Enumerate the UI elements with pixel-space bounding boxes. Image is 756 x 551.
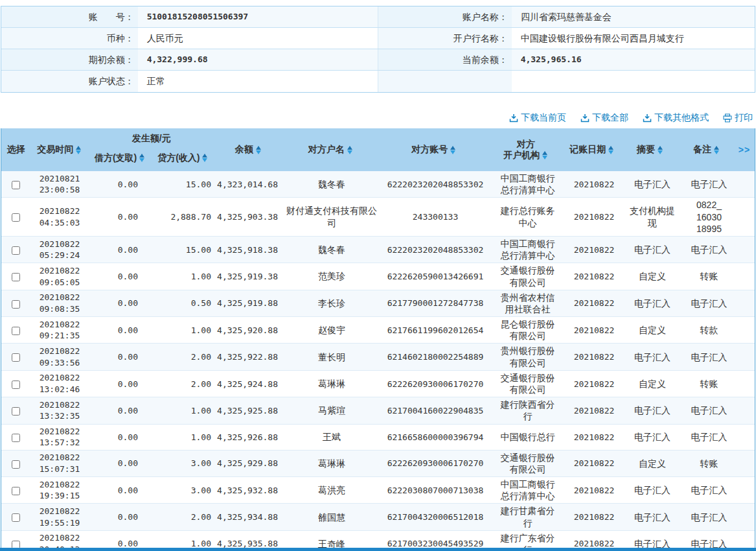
remark: 电子汇入 [682,178,737,190]
header-balance[interactable]: 余额 [214,128,282,171]
sort-icon[interactable] [450,145,456,155]
debit-amount: 0.00 [89,406,154,416]
sort-icon[interactable] [202,153,208,163]
row-select-cell [1,179,30,189]
debit-amount: 0.00 [89,325,154,335]
header-transaction-time[interactable]: 交易时间 [30,128,89,171]
counterparty-account: 6222620930006170270 [380,458,490,468]
row-checkbox[interactable] [12,181,20,189]
transaction-time: 2021082213:57:32 [30,426,89,449]
header-summary[interactable]: 摘要 [621,128,680,171]
current-balance-label: 当前余额： [378,49,512,70]
counterparty-name: 李长珍 [283,298,380,309]
balance-amount: 4,325,929.88 [215,458,283,468]
table-row: 2021082123:00:58 0.00 15.00 4,323,014.68… [1,171,755,197]
row-checkbox[interactable] [12,213,20,222]
row-select-cell [1,432,30,442]
booking-date: 20210822 [565,298,623,308]
opening-balance-value: 4,322,999.68 [138,49,378,70]
header-counterparty-bank-line2: 开户机构 [503,150,548,161]
print-link[interactable]: 打印 [723,112,753,124]
counterparty-name: 财付通支付科技有限公司 [283,205,380,228]
counterparty-bank: 贵州省农村信用社联合社 [490,292,565,315]
sort-icon[interactable] [256,145,262,155]
download-current-page-label: 下载当前页 [521,112,566,124]
header-credit[interactable]: 贷方(收入) [152,152,214,164]
booking-date: 20210822 [565,486,623,495]
account-number-label: 账 号： [1,6,138,27]
counterparty-account: 6217004320006512018 [380,512,490,522]
counterparty-bank: 中国工商银行总行清算中心 [490,238,565,261]
download-icon [580,113,590,123]
download-all-label: 下载全部 [592,112,628,124]
sort-icon[interactable] [76,145,82,155]
remark: 电子汇入 [682,244,737,255]
sort-icon[interactable] [139,153,145,163]
header-debit[interactable]: 借方(支取) [89,152,152,164]
table-row: 2021082209:33:56 0.00 2.00 4,325,922.88 … [1,343,755,369]
row-checkbox[interactable] [12,487,20,495]
debit-amount: 0.00 [89,486,154,495]
header-booking-date[interactable]: 记账日期 [563,128,621,171]
transaction-time: 2021082209:05:05 [30,265,89,288]
counterparty-name: 董长明 [283,351,380,363]
booking-date: 20210822 [565,245,623,255]
remark: 电子汇入 [682,404,737,416]
remark: 电子汇入 [682,298,737,309]
summary: 支付机构提现 [623,205,682,228]
row-checkbox[interactable] [12,407,20,416]
header-counterparty-name[interactable]: 对方户名 [282,128,379,171]
row-select-cell [1,352,30,362]
row-checkbox[interactable] [12,434,20,442]
booking-date: 20210822 [565,272,623,281]
row-checkbox[interactable] [12,381,20,389]
counterparty-account: 6222023202048853302 [380,180,490,189]
row-checkbox[interactable] [12,353,20,362]
row-checkbox[interactable] [12,246,20,255]
counterparty-account: 6217790001272847738 [380,298,490,308]
sort-icon[interactable] [714,145,720,155]
row-checkbox[interactable] [12,460,20,469]
table-row: 2021082205:29:24 0.00 15.00 4,325,918.38… [1,236,755,263]
table-row: 2021082219:55:19 0.00 2.00 4,325,934.88 … [1,503,755,530]
row-checkbox[interactable] [12,513,20,522]
credit-amount: 2,888.70 [154,212,215,222]
more-columns-button[interactable]: >> [734,128,755,171]
table-row: 2021082209:05:05 0.00 1.00 4,325,919.38 … [1,263,755,289]
download-other-format-link[interactable]: 下载其他格式 [643,112,709,124]
summary: 自定义 [623,378,682,390]
sort-icon[interactable] [542,150,548,160]
table-row: 2021082213:32:35 0.00 1.00 4,325,925.88 … [1,397,755,423]
balance-amount: 4,325,903.38 [215,212,283,222]
row-checkbox[interactable] [12,327,20,335]
header-counterparty-account[interactable]: 对方账号 [379,128,488,171]
row-checkbox[interactable] [12,300,20,309]
header-counterparty-bank-line1: 对方 [517,139,535,150]
debit-amount: 0.00 [89,298,154,308]
table-row: 2021082219:39:15 0.00 3.00 4,325,932.88 … [1,476,755,503]
row-select-cell [1,458,30,469]
balance-amount: 4,325,925.88 [215,406,283,416]
credit-amount: 1.00 [154,325,215,335]
debit-amount: 0.00 [89,180,154,189]
row-select-cell [1,212,30,222]
row-select-cell [1,272,30,282]
sort-icon[interactable] [658,145,663,155]
header-amount-group-title: 发生额/元 [132,133,171,145]
credit-amount: 1.00 [154,272,215,281]
counterparty-bank: 建行陕西省分行 [490,399,565,422]
sort-icon[interactable] [347,145,353,155]
table-row: 2021082209:21:35 0.00 1.00 4,325,920.88 … [1,316,755,343]
balance-amount: 4,325,926.88 [215,432,283,442]
summary: 电子汇入 [623,244,682,255]
header-remark[interactable]: 备注 [679,128,734,171]
header-counterparty-bank[interactable]: 对方 开户机构 [488,128,563,171]
row-checkbox[interactable] [12,273,20,281]
account-name-label: 账户名称： [378,6,512,27]
download-all-link[interactable]: 下载全部 [580,112,628,124]
summary: 电子汇入 [623,404,682,416]
counterparty-name: 葛琳琳 [283,378,380,390]
counterparty-name: 王斌 [283,431,380,443]
download-current-page-link[interactable]: 下载当前页 [509,112,566,124]
sort-icon[interactable] [608,145,614,155]
